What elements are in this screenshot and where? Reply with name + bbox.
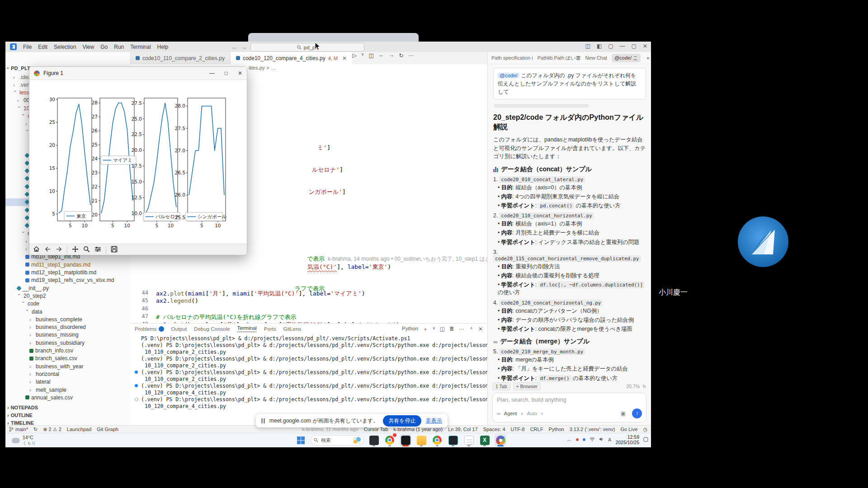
- agent-mode[interactable]: Agent: [504, 411, 517, 416]
- menu-file[interactable]: File: [23, 44, 32, 50]
- notifications-icon[interactable]: ◷: [643, 427, 647, 432]
- sync-item[interactable]: ↻: [33, 427, 38, 432]
- pan-icon[interactable]: [72, 246, 79, 254]
- send-button[interactable]: ↑: [632, 408, 642, 418]
- layout-custom-icon[interactable]: ▢: [608, 43, 613, 49]
- weather-widget[interactable]: 14°Cくもり: [12, 435, 36, 446]
- menu-help[interactable]: Help: [157, 44, 169, 50]
- maximize-button[interactable]: ▢: [632, 43, 637, 49]
- tree-file[interactable]: __init__.py: [5, 284, 142, 292]
- split-terminal-icon[interactable]: ◫: [440, 326, 445, 333]
- maximize-icon[interactable]: □: [225, 70, 228, 76]
- browser-chip[interactable]: + Browser: [513, 382, 541, 390]
- minimize-icon[interactable]: —: [209, 70, 215, 76]
- hide-link[interactable]: 非表示: [426, 417, 442, 425]
- tree-file[interactable]: annual_sales.csv: [5, 394, 150, 401]
- tree-file[interactable]: md11_step1_pandas.mdM: [5, 261, 150, 268]
- stop-sharing-button[interactable]: 共有を停止: [383, 415, 421, 427]
- panel-tab-gitlens[interactable]: GitLens: [283, 326, 302, 332]
- run-button[interactable]: ▷: [352, 52, 357, 64]
- tree-folder[interactable]: ›data: [5, 308, 150, 315]
- eol-item[interactable]: CRLF: [530, 427, 543, 432]
- tree-file[interactable]: md12_step1_matplotlib.md: [5, 269, 150, 277]
- tab-code10-110[interactable]: code10_110_compare_2_cities.py: [130, 52, 231, 64]
- panel-tab-output[interactable]: Output: [171, 326, 187, 332]
- git-branch-item[interactable]: main*: [9, 427, 28, 432]
- new-terminal-icon[interactable]: ＋: [423, 326, 428, 333]
- panel-tab-debug-console[interactable]: Debug Console: [194, 326, 230, 332]
- minimize-button[interactable]: —: [620, 43, 625, 49]
- kill-terminal-icon[interactable]: 🗑: [449, 326, 455, 333]
- golive-item[interactable]: Go Live: [620, 427, 637, 432]
- launchpad-item[interactable]: Launchpad: [67, 427, 91, 432]
- nav-back-icon[interactable]: ←: [231, 44, 237, 51]
- panel-tab-terminal[interactable]: Terminal: [237, 325, 256, 332]
- layout-panel-icon[interactable]: ◫: [585, 43, 590, 49]
- ime-indicator[interactable]: A: [608, 437, 611, 442]
- file-chip[interactable]: code20_110_concat_horizontal.py: [499, 212, 594, 219]
- collapsed-tool-call[interactable]: [494, 104, 589, 108]
- explorer-root[interactable]: › PD_PLT: [7, 66, 30, 71]
- terminal-dropdown-icon[interactable]: ∨: [432, 326, 435, 333]
- section-outline[interactable]: ›OUTLINE: [7, 413, 33, 418]
- save-icon[interactable]: [111, 246, 118, 254]
- back-icon[interactable]: [44, 246, 51, 254]
- matplotlib-figure-icon[interactable]: [495, 434, 506, 446]
- chrome-icon[interactable]: [384, 434, 396, 446]
- tray-app-dot[interactable]: [583, 438, 585, 441]
- menu-view[interactable]: View: [82, 44, 94, 50]
- section-notepads[interactable]: ›NOTEPADS: [7, 405, 38, 410]
- chat-conversation[interactable]: @code/ このフォルダ内の .py ファイルがそれぞれ何を伝えんとしたサンプ…: [488, 64, 651, 385]
- home-icon[interactable]: [33, 246, 40, 254]
- figure-titlebar[interactable]: Figure 1 — □ ✕: [29, 67, 247, 80]
- menu-terminal[interactable]: Terminal: [130, 44, 151, 50]
- tray-app-dot[interactable]: [576, 438, 579, 441]
- file-chip[interactable]: code20_120_concat_horizontal_ng.py: [499, 300, 603, 306]
- model-selector[interactable]: Auto: [527, 411, 537, 416]
- run-dropdown-icon[interactable]: ∨: [361, 52, 364, 64]
- refresh-context-icon[interactable]: ↻: [642, 384, 646, 389]
- chat-tab-2[interactable]: Pathlib.Path ぽい書: [538, 55, 581, 61]
- menu-go[interactable]: Go: [100, 44, 108, 50]
- spaces-item[interactable]: Spaces: 4: [483, 427, 505, 432]
- forward-icon[interactable]: [56, 246, 62, 254]
- interpreter-item[interactable]: 3.13.2 ('.venv': venv): [570, 427, 615, 432]
- file-chip[interactable]: code20_010_concat_lateral.py: [499, 176, 585, 183]
- app-black-active-icon[interactable]: [400, 434, 411, 446]
- more-actions-icon[interactable]: ⋯: [408, 52, 414, 64]
- tray-expand-icon[interactable]: ︿: [567, 436, 572, 443]
- menu-selection[interactable]: Selection: [54, 44, 76, 50]
- notification-center-icon[interactable]: [643, 437, 648, 443]
- problems-item[interactable]: ⊗ 2 ⚠ 2: [43, 427, 61, 432]
- file-chip[interactable]: code20_115_concat_horizontal_remove_dupl…: [493, 255, 641, 262]
- tree-folder[interactable]: ›code●: [5, 300, 146, 308]
- forward-icon[interactable]: →: [389, 52, 395, 64]
- file-chip[interactable]: code20_210_merge_by_month.py: [499, 348, 585, 355]
- taskbar-search[interactable]: 検索: [311, 435, 364, 446]
- browser-icon-2[interactable]: [431, 434, 443, 446]
- panel-tab-problems[interactable]: Problems: [135, 326, 164, 332]
- more-actions-icon[interactable]: ⋯: [459, 326, 464, 333]
- chat-tab-1[interactable]: Path specification i: [491, 55, 533, 61]
- matplotlib-figure-window[interactable]: Figure 1 — □ ✕ 30252015105510東京282726252…: [29, 66, 247, 255]
- chat-input[interactable]: Plan, search, build anything ∞ Agent ∨ A…: [492, 393, 646, 422]
- nav-forward-icon[interactable]: →: [241, 44, 247, 51]
- taskbar-clock[interactable]: 12:592025/10/25: [615, 434, 639, 445]
- volume-icon[interactable]: [599, 437, 604, 442]
- notepad-icon[interactable]: [463, 434, 475, 446]
- refresh-icon[interactable]: ↻: [399, 52, 403, 64]
- back-icon[interactable]: ←: [378, 52, 384, 64]
- split-editor-icon[interactable]: ◫: [368, 52, 374, 64]
- close-panel-icon[interactable]: ✕: [478, 326, 483, 333]
- excel-icon[interactable]: X: [479, 434, 491, 446]
- close-icon[interactable]: ✕: [238, 70, 242, 76]
- app-dark-window-icon[interactable]: [368, 434, 380, 446]
- tab-code10-120[interactable]: code10_120_compare_4_cities.py 4, M ✕: [231, 52, 352, 64]
- context-chip[interactable]: @code/: [498, 73, 519, 78]
- pycharm-icon[interactable]: [447, 434, 459, 446]
- chat-tab-3[interactable]: New Chat: [585, 55, 607, 61]
- line-col-item[interactable]: Ln 39, Col 17: [448, 427, 477, 432]
- start-button[interactable]: [295, 434, 307, 446]
- attach-image-icon[interactable]: ▣: [621, 410, 626, 417]
- language-item[interactable]: Python: [548, 427, 564, 432]
